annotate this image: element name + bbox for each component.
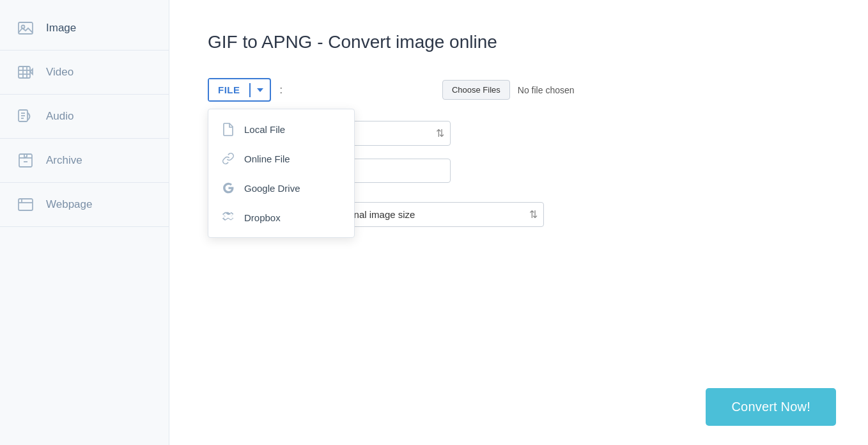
dropbox-icon — [221, 210, 235, 224]
no-file-text: No file chosen — [518, 85, 575, 95]
file-icon — [221, 122, 235, 136]
sidebar-label-audio: Audio — [46, 110, 74, 123]
sidebar-item-video[interactable]: Video — [0, 51, 169, 95]
webpage-icon — [15, 194, 36, 215]
file-source-group: FILE — [208, 78, 271, 102]
dropdown-label-local-file: Local File — [244, 124, 285, 135]
file-input-area: Choose Files No file chosen — [442, 80, 575, 100]
dropdown-label-google-drive: Google Drive — [244, 183, 300, 194]
dropdown-label-dropbox: Dropbox — [244, 212, 281, 223]
sidebar-item-image[interactable]: Image — [0, 6, 169, 51]
google-icon — [221, 181, 235, 195]
sidebar-label-video: Video — [46, 66, 74, 79]
svg-rect-2 — [19, 66, 30, 78]
svg-rect-0 — [19, 22, 33, 34]
svg-rect-15 — [19, 199, 33, 210]
dropdown-label-online-file: Online File — [244, 153, 290, 164]
image-icon — [15, 18, 36, 38]
file-source-dropdown: Local File Online File Google Drive — [208, 109, 355, 238]
file-dropdown-toggle[interactable] — [249, 83, 270, 97]
audio-icon — [15, 106, 36, 127]
file-label-button[interactable]: FILE — [209, 79, 249, 100]
main-content: GIF to APNG - Convert image online FILE … — [169, 0, 868, 445]
dropdown-item-online-file[interactable]: Online File — [208, 144, 354, 173]
sidebar-item-audio[interactable]: Audio — [0, 95, 169, 139]
sidebar-label-archive: Archive — [46, 154, 82, 167]
sidebar-label-image: Image — [46, 22, 76, 35]
convert-now-button[interactable]: Convert Now! — [706, 388, 836, 426]
link-icon — [221, 152, 235, 166]
chevron-down-icon — [257, 88, 263, 92]
dropdown-item-google-drive[interactable]: Google Drive — [208, 173, 354, 203]
dropdown-item-local-file[interactable]: Local File — [208, 114, 354, 144]
video-icon — [15, 62, 36, 82]
svg-rect-12 — [19, 154, 32, 167]
sidebar: Image Video Audio — [0, 0, 169, 445]
sidebar-item-archive[interactable]: Archive — [0, 139, 169, 183]
sidebar-label-webpage: Webpage — [46, 198, 92, 211]
file-colon: : — [280, 84, 283, 96]
page-title: GIF to APNG - Convert image online — [208, 32, 830, 52]
choose-files-button[interactable]: Choose Files — [442, 80, 510, 100]
archive-icon — [15, 150, 36, 171]
sidebar-item-webpage[interactable]: Webpage — [0, 183, 169, 227]
dropdown-item-dropbox[interactable]: Dropbox — [208, 203, 354, 232]
file-row: FILE : Local File — [208, 78, 830, 102]
